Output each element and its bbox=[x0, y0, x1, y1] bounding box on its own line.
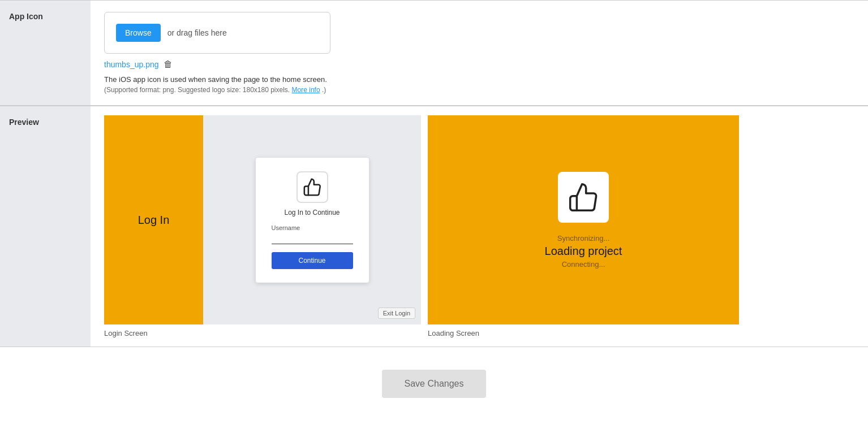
continue-button[interactable]: Continue bbox=[272, 252, 353, 269]
exit-login-button[interactable]: Exit Login bbox=[378, 308, 415, 319]
login-main: Log In to Continue Username Continue Exi… bbox=[203, 115, 421, 324]
login-dialog: Log In to Continue Username Continue bbox=[256, 158, 369, 283]
description-text: The iOS app icon is used when saving the… bbox=[104, 75, 854, 84]
app-icon-row: App Icon Browse or drag files here thumb… bbox=[0, 0, 868, 106]
file-name: thumbs_up.png bbox=[104, 60, 159, 69]
username-label: Username bbox=[272, 224, 353, 231]
sync-text: Synchronizing... bbox=[557, 234, 610, 243]
preview-row: Preview Log In bbox=[0, 106, 868, 347]
preview-screens-wrapper: Log In bbox=[104, 115, 854, 337]
save-section: Save Changes bbox=[0, 347, 868, 421]
login-sidebar: Log In bbox=[104, 115, 203, 324]
login-screen-container: Log In bbox=[104, 115, 421, 337]
login-screen-label: Login Screen bbox=[104, 329, 421, 337]
preview-label-cell: Preview bbox=[0, 106, 91, 347]
save-changes-button[interactable]: Save Changes bbox=[382, 370, 487, 398]
connecting-text: Connecting... bbox=[562, 260, 605, 269]
loading-screen-label: Loading Screen bbox=[428, 329, 739, 337]
app-icon-content: Browse or drag files here thumbs_up.png … bbox=[91, 1, 868, 105]
after-link: .) bbox=[322, 86, 326, 94]
thumbs-up-icon-small bbox=[297, 171, 328, 203]
upload-box: Browse or drag files here bbox=[104, 12, 330, 54]
page-wrapper: App Icon Browse or drag files here thumb… bbox=[0, 0, 868, 446]
preview-content: Log In bbox=[91, 106, 868, 347]
file-info-row: thumbs_up.png 🗑 bbox=[104, 59, 854, 70]
drag-text: or drag files here bbox=[167, 28, 227, 37]
login-screen-preview: Log In bbox=[104, 115, 421, 324]
login-dialog-title: Log In to Continue bbox=[272, 209, 353, 216]
username-input[interactable] bbox=[272, 233, 353, 244]
delete-icon[interactable]: 🗑 bbox=[164, 59, 173, 70]
more-info-link[interactable]: More info bbox=[292, 86, 320, 94]
app-icon-label: App Icon bbox=[9, 12, 43, 21]
preview-label: Preview bbox=[9, 118, 39, 127]
app-icon-label-cell: App Icon bbox=[0, 1, 91, 105]
sub-text: (Supported format: png. Suggested logo s… bbox=[104, 86, 854, 94]
login-sidebar-text: Log In bbox=[138, 214, 170, 227]
loading-screen-preview: Synchronizing... Loading project Connect… bbox=[428, 115, 739, 324]
thumbs-up-icon-large bbox=[558, 172, 609, 223]
browse-button[interactable]: Browse bbox=[116, 24, 161, 42]
loading-project-text: Loading project bbox=[545, 245, 622, 258]
loading-screen-container: Synchronizing... Loading project Connect… bbox=[428, 115, 739, 337]
preview-screens: Log In bbox=[104, 115, 854, 337]
sub-text-content: (Supported format: png. Suggested logo s… bbox=[104, 86, 290, 94]
